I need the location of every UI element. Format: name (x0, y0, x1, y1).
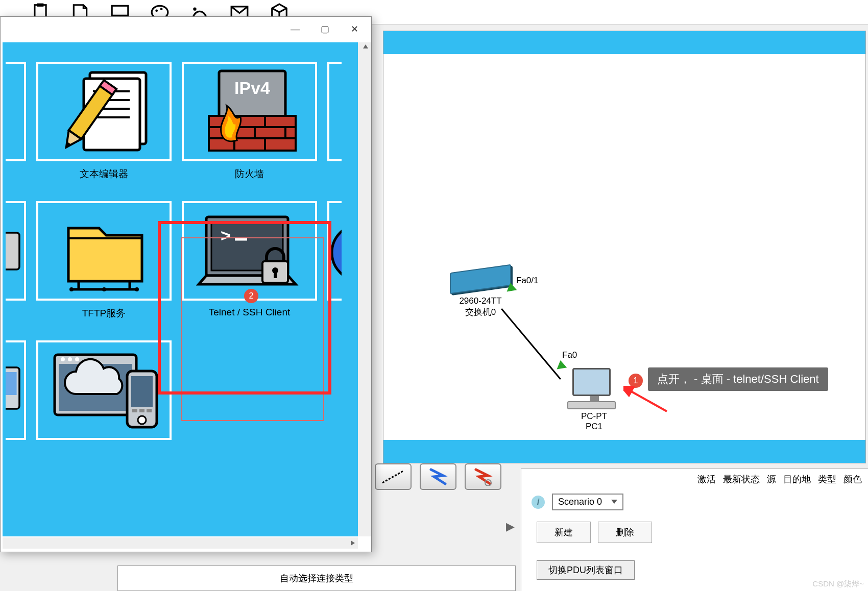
minimize-button[interactable]: — (280, 19, 310, 39)
close-button[interactable]: ✕ (340, 19, 369, 39)
svg-rect-60 (139, 409, 144, 412)
pdu-toggle-button[interactable]: 切换PDU列表窗口 (537, 560, 635, 580)
link-status-up-icon (556, 359, 567, 369)
window-titlebar[interactable]: — ▢ ✕ (1, 17, 371, 41)
annotation-highlight (158, 221, 331, 395)
svg-rect-33 (6, 233, 19, 269)
svg-point-53 (61, 357, 65, 361)
delete-scenario-button[interactable]: 删除 (598, 522, 652, 543)
svg-rect-59 (132, 409, 137, 412)
topology-canvas[interactable]: 2960-24TT交换机0 Fa0/1 Fa0 PC-PTPC1 1 点开， -… (383, 31, 866, 463)
desktop-tile-cloud[interactable] (36, 340, 172, 440)
canvas-footer-bar (383, 440, 865, 463)
svg-point-38 (135, 287, 139, 291)
canvas-title-bar (383, 31, 865, 54)
simulation-panel: ▶ 激活 最新状态 源 目的地 类型 颜色 i Scenario 0 新建 删除… (521, 469, 868, 591)
cloud-pda-icon (45, 346, 163, 435)
port-label-pc: Fa0 (562, 350, 577, 360)
desktop-tile-partial[interactable] (6, 62, 26, 161)
svg-marker-63 (351, 540, 355, 546)
auto-connect-button[interactable] (375, 463, 412, 490)
switch-label: 2960-24TT交换机0 (450, 296, 511, 318)
connection-link[interactable] (501, 308, 561, 380)
svg-rect-57 (131, 376, 153, 407)
info-icon[interactable]: i (532, 496, 545, 509)
port-label-switch: Fa0/1 (516, 276, 538, 286)
device-pc[interactable]: PC-PTPC1 (572, 368, 616, 432)
svg-point-5 (160, 8, 163, 10)
svg-rect-2 (112, 6, 128, 15)
vertical-scrollbar[interactable] (360, 42, 371, 536)
svg-rect-61 (147, 409, 152, 412)
text-editor-icon (53, 68, 155, 155)
lightning-red-button[interactable] (465, 463, 501, 490)
pdu-columns: 激活 最新状态 源 目的地 类型 颜色 (521, 469, 868, 489)
desktop-tile-texteditor[interactable]: 文本编辑器 (36, 62, 172, 181)
annotation-callout: 点开， - 桌面 - telnet/SSH Client (648, 367, 828, 391)
desktop-tile-tftp[interactable]: TFTP服务 (36, 201, 172, 320)
red-arrow-icon (623, 386, 669, 416)
svg-point-55 (75, 357, 79, 361)
new-scenario-button[interactable]: 新建 (537, 522, 591, 543)
desktop-tile-partial[interactable] (6, 340, 26, 440)
svg-line-9 (382, 471, 404, 483)
watermark: CSDN @柒烨~ (812, 579, 864, 589)
svg-point-54 (68, 357, 72, 361)
sim-tools (375, 463, 508, 494)
svg-line-8 (629, 390, 667, 411)
folder-server-icon (53, 208, 155, 294)
svg-text:IPv4: IPv4 (234, 78, 270, 97)
svg-point-4 (155, 9, 158, 12)
maximize-button[interactable]: ▢ (310, 19, 340, 39)
horizontal-scrollbar[interactable] (3, 537, 358, 549)
connection-type-footer: 自动选择连接类型 (117, 565, 516, 591)
lightning-blue-button[interactable] (420, 463, 456, 490)
firewall-icon: IPv4 (194, 66, 306, 158)
pc-desktop-window: — ▢ ✕ (0, 16, 372, 552)
play-button[interactable]: ▶ (506, 520, 515, 533)
scenario-dropdown[interactable]: Scenario 0 (552, 494, 623, 510)
svg-point-58 (138, 416, 146, 424)
desktop-tile-firewall[interactable]: IPv4 (182, 62, 317, 181)
desktop-tile-partial[interactable] (6, 201, 26, 301)
link-status-up-icon (505, 282, 517, 291)
device-switch[interactable]: 2960-24TT交换机0 (450, 268, 511, 290)
svg-point-6 (193, 7, 196, 10)
svg-point-39 (102, 287, 106, 291)
svg-rect-50 (6, 372, 17, 395)
svg-marker-62 (363, 44, 368, 48)
pc-label: PC-PTPC1 (572, 411, 616, 432)
svg-rect-1 (37, 3, 44, 6)
svg-point-48 (332, 225, 342, 281)
desktop-tile-partial[interactable] (327, 62, 342, 161)
svg-point-37 (69, 287, 74, 291)
